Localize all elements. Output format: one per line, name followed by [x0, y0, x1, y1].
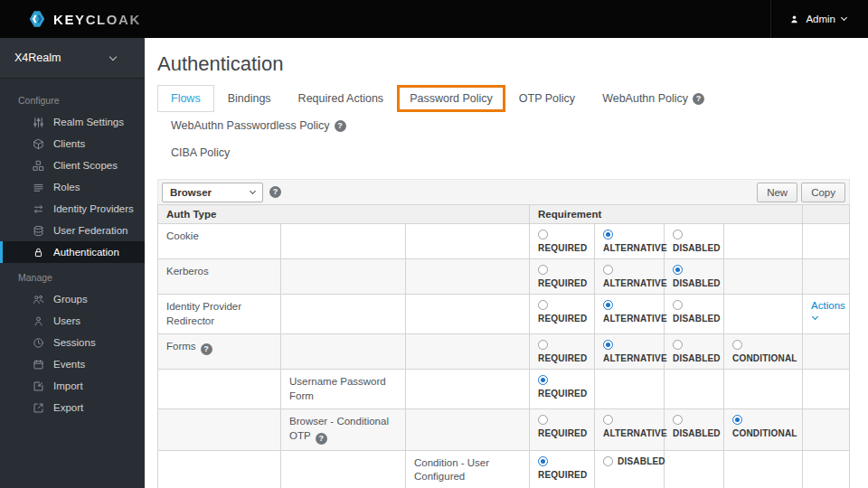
- auth-type-cell: Condition - User Configured: [406, 450, 530, 488]
- chevron-down-icon: [109, 52, 117, 60]
- top-navbar: KEYCLOAK Admin: [0, 0, 868, 38]
- sidebar-nav: ConfigureRealm SettingsClientsClient Sco…: [0, 79, 145, 418]
- page-title: Authentication: [157, 52, 850, 76]
- requirement-cell: [724, 295, 803, 334]
- sidebar-section-label: Configure: [0, 86, 145, 111]
- list-icon: [33, 182, 44, 193]
- sidebar-section-label: Manage: [0, 263, 145, 288]
- actions-dropdown[interactable]: Actions: [811, 300, 841, 319]
- realm-selector[interactable]: X4Realm: [0, 38, 145, 79]
- tab-webauthn-passwordless-policy[interactable]: WebAuthn Passwordless Policy?: [157, 112, 360, 139]
- new-button[interactable]: New: [757, 183, 797, 202]
- radio-disabled[interactable]: [673, 300, 683, 310]
- requirement-cell: DISABLED: [595, 450, 665, 488]
- flow-toolbar: Browser ? NewCopy: [157, 179, 850, 204]
- sidebar-item-events[interactable]: Events: [0, 353, 145, 375]
- chevron-down-icon: [841, 14, 847, 21]
- requirement-cell: REQUIRED: [530, 295, 595, 334]
- user-menu[interactable]: Admin: [770, 0, 868, 38]
- cubes-icon: [33, 160, 44, 172]
- actions-cell: [803, 334, 850, 370]
- table-row: Condition - User ConfiguredREQUIREDDISAB…: [158, 450, 850, 488]
- radio-alternative[interactable]: [603, 340, 613, 350]
- user-icon: [789, 14, 799, 24]
- tab-webauthn-policy[interactable]: WebAuthn Policy?: [589, 85, 718, 112]
- sidebar-item-label: Export: [53, 402, 83, 413]
- table-row: Forms?REQUIREDALTERNATIVEDISABLEDCONDITI…: [158, 334, 850, 370]
- flow-name: Cookie: [166, 230, 199, 241]
- radio-required[interactable]: [538, 456, 548, 466]
- radio-label: ALTERNATIVE: [603, 428, 667, 438]
- auth-type-cell: Identity Provider Redirector: [158, 295, 281, 334]
- sidebar-item-clients[interactable]: Clients: [0, 133, 145, 155]
- tab-bindings[interactable]: Bindings: [214, 85, 285, 112]
- sidebar-item-label: Client Scopes: [53, 160, 118, 171]
- help-icon: ?: [316, 433, 327, 445]
- help-icon[interactable]: ?: [269, 186, 281, 198]
- copy-button[interactable]: Copy: [801, 183, 845, 202]
- auth-type-empty-cell: [406, 224, 530, 259]
- sidebar-item-user-federation[interactable]: User Federation: [0, 220, 145, 241]
- keycloak-logo-icon: [27, 9, 47, 29]
- sidebar-item-realm-settings[interactable]: Realm Settings: [0, 111, 145, 133]
- radio-required[interactable]: [538, 375, 548, 385]
- tab-password-policy[interactable]: Password Policy: [397, 85, 505, 112]
- sidebar-item-label: Authentication: [53, 247, 119, 258]
- auth-type-empty-cell: [281, 224, 406, 259]
- radio-disabled[interactable]: [673, 415, 683, 425]
- auth-type-empty-cell: [281, 259, 406, 295]
- requirement-option: DISABLED: [673, 265, 715, 288]
- flow-select[interactable]: Browser: [162, 183, 263, 202]
- actions-cell: [803, 370, 850, 409]
- sidebar-item-roles[interactable]: Roles: [0, 176, 145, 198]
- lock-icon: [33, 247, 44, 258]
- auth-type-empty-cell: [158, 450, 281, 488]
- radio-disabled[interactable]: [673, 230, 683, 239]
- radio-required[interactable]: [538, 340, 548, 350]
- radio-conditional[interactable]: [732, 340, 742, 350]
- requirement-option: REQUIRED: [538, 456, 586, 480]
- tab-bar: FlowsBindingsRequired ActionsPassword Po…: [157, 85, 850, 166]
- radio-disabled[interactable]: [673, 340, 683, 350]
- requirement-cell: DISABLED: [665, 259, 724, 295]
- sidebar-item-users[interactable]: Users: [0, 310, 145, 332]
- sidebar-item-authentication[interactable]: Authentication: [0, 241, 145, 263]
- flow-name: Username Password Form: [289, 376, 386, 401]
- radio-label: DISABLED: [673, 243, 721, 253]
- sidebar-item-import[interactable]: Import: [0, 375, 145, 397]
- radio-required[interactable]: [538, 230, 548, 239]
- requirement-cell: CONDITIONAL: [724, 409, 803, 451]
- radio-alternative[interactable]: [603, 230, 613, 239]
- requirement-cell: CONDITIONAL: [724, 334, 803, 370]
- radio-disabled[interactable]: [603, 456, 613, 466]
- sidebar-item-client-scopes[interactable]: Client Scopes: [0, 155, 145, 176]
- tab-required-actions[interactable]: Required Actions: [285, 85, 398, 112]
- sidebar-item-export[interactable]: Export: [0, 397, 145, 418]
- requirement-option: REQUIRED: [538, 230, 586, 253]
- sidebar-item-identity-providers[interactable]: Identity Providers: [0, 198, 145, 220]
- radio-label: CONDITIONAL: [732, 353, 797, 363]
- radio-conditional[interactable]: [732, 415, 742, 425]
- radio-required[interactable]: [538, 265, 548, 275]
- radio-disabled[interactable]: [673, 265, 683, 275]
- radio-required[interactable]: [538, 300, 548, 310]
- clock-icon: [33, 337, 44, 349]
- radio-alternative[interactable]: [603, 265, 613, 275]
- radio-label: REQUIRED: [538, 278, 587, 288]
- radio-alternative[interactable]: [603, 415, 613, 425]
- requirement-cell: REQUIRED: [530, 409, 595, 451]
- sidebar-item-sessions[interactable]: Sessions: [0, 332, 145, 353]
- requirement-option: REQUIRED: [538, 300, 586, 324]
- actions-link[interactable]: Actions: [811, 300, 845, 311]
- tab-flows[interactable]: Flows: [157, 85, 214, 112]
- radio-alternative[interactable]: [603, 300, 613, 310]
- actions-cell: [803, 409, 850, 451]
- radio-label: DISABLED: [673, 428, 721, 438]
- actions-cell: Actions: [803, 295, 850, 334]
- tab-otp-policy[interactable]: OTP Policy: [505, 85, 589, 112]
- tab-ciba-policy[interactable]: CIBA Policy: [157, 139, 243, 166]
- sidebar-item-label: Roles: [53, 182, 80, 192]
- sidebar-item-groups[interactable]: Groups: [0, 288, 145, 310]
- radio-required[interactable]: [538, 415, 548, 425]
- requirement-cell: REQUIRED: [530, 334, 595, 370]
